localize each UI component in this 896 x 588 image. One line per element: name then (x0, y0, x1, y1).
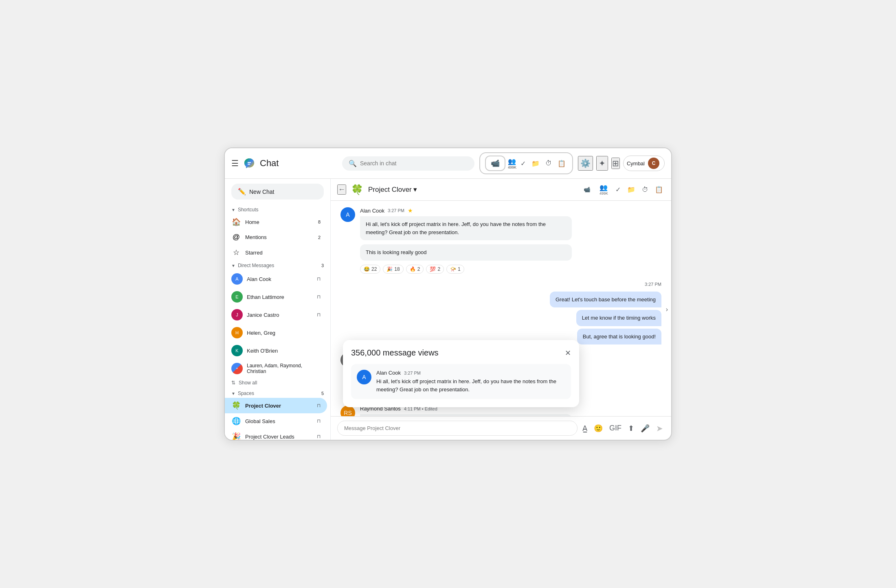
sidebar-item-alan-cook[interactable]: A Alan Cook ⊓ (225, 270, 327, 288)
top-bar-actions: ⚙️ ✦ ⊞ Cymbal C (578, 156, 665, 171)
sidebar: ✏️ New Chat ▼ Shortcuts 🏠 Home 8 @ Menti… (225, 179, 331, 440)
lauren-group-avatar: + (231, 363, 243, 374)
app-logo (243, 157, 256, 170)
reaction-horn[interactable]: 📯 1 (446, 265, 464, 274)
check-icon-button[interactable]: ✓ (519, 158, 527, 169)
keith-avatar: K (231, 345, 243, 356)
settings-icon-button[interactable]: ⚙️ (578, 156, 593, 171)
popup-avatar: A (357, 370, 371, 384)
collapse-handle[interactable]: › (664, 306, 670, 313)
home-label: Home (245, 219, 314, 225)
sparkle-icon-button[interactable]: ✦ (596, 156, 608, 171)
fire-count: 2 (417, 266, 420, 272)
sidebar-item-starred[interactable]: ☆ Starred (225, 245, 327, 260)
laugh-count: 22 (371, 266, 377, 272)
meet-video-button[interactable]: 📹 (485, 156, 505, 171)
sidebar-item-global-sales[interactable]: 🌐 Global Sales ⊓ (225, 413, 327, 429)
header-clipboard-button[interactable]: 📋 (653, 184, 665, 195)
popup-msg-content: Alan Cook 3:27 PM Hi all, let's kick off… (376, 370, 565, 393)
ethan-pin: ⊓ (317, 294, 321, 300)
apps-grid-button[interactable]: ⊞ (611, 158, 620, 169)
reaction-fire[interactable]: 🔥 2 (406, 265, 424, 274)
dm-show-all[interactable]: ⇅ Show all (225, 377, 330, 388)
sidebar-item-janice[interactable]: J Janice Castro ⊓ (225, 306, 327, 324)
popup-close-button[interactable]: ✕ (565, 349, 571, 358)
people-badge: 499K (508, 165, 516, 169)
search-input[interactable] (360, 160, 468, 167)
folder-icon-button[interactable]: 📁 (530, 158, 541, 169)
helen-greg-avatar: H (231, 327, 243, 338)
emoji-button[interactable]: 🙂 (592, 422, 604, 434)
message-input[interactable] (337, 421, 578, 436)
alan-bubble-2: This is looking really good (360, 244, 572, 261)
party-emoji: 🎉 (387, 266, 393, 272)
sidebar-item-helen-greg[interactable]: H Helen, Greg (225, 324, 327, 342)
app-title: Chat (260, 158, 279, 169)
user-chip[interactable]: Cymbal C (623, 156, 665, 171)
attach-button[interactable]: ⬆ (626, 422, 636, 434)
sidebar-item-lauren-group[interactable]: + Lauren, Adam, Raymond, Christian (225, 360, 327, 377)
header-people-button[interactable]: 👥 499K (597, 183, 611, 196)
video-icon: 📹 (491, 159, 500, 168)
alan-star-icon: ★ (408, 207, 413, 214)
party-count: 18 (394, 266, 400, 272)
alan-sender-name: Alan Cook (360, 208, 384, 214)
top-bar-left: ☰ Chat (231, 157, 337, 170)
project-clover-pin: ⊓ (317, 403, 321, 408)
janice-pin: ⊓ (317, 312, 321, 318)
header-meet-icon: 📹 (584, 186, 591, 193)
home-icon: 🏠 (231, 217, 241, 226)
reaction-laugh[interactable]: 😂 22 (360, 265, 380, 274)
giphy-button[interactable]: GIF (608, 422, 623, 434)
global-sales-icon: 🌐 (231, 417, 241, 426)
back-button[interactable]: ← (337, 184, 346, 195)
voice-button[interactable]: 🎤 (639, 422, 651, 434)
sidebar-item-project-clover-leads[interactable]: 🎉 Project Clover Leads ⊓ (225, 429, 327, 440)
spaces-section-header[interactable]: ▼ Spaces 5 (225, 388, 330, 398)
send-button[interactable]: ➤ (654, 422, 665, 435)
hamburger-icon[interactable]: ☰ (231, 158, 239, 168)
reaction-100[interactable]: 💯 2 (426, 265, 444, 274)
popup-sender-name: Alan Cook (376, 370, 401, 376)
header-timer-button[interactable]: ⏱ (640, 184, 650, 195)
spaces-badge: 5 (321, 391, 324, 396)
outgoing-bubble-2: Let me know if the timing works (576, 310, 661, 326)
header-folder-button[interactable]: 📁 (626, 184, 637, 195)
sidebar-item-project-clover[interactable]: 🍀 Project Clover ⊓ (225, 398, 327, 413)
sidebar-item-home[interactable]: 🏠 Home 8 (225, 214, 327, 230)
mentions-label: Mentions (245, 234, 314, 240)
reaction-party[interactable]: 🎉 18 (383, 265, 403, 274)
new-chat-icon: ✏️ (238, 188, 246, 195)
keith-label: Keith O'Brien (247, 348, 321, 354)
horn-emoji: 📯 (450, 266, 456, 272)
chat-header: ← 🍀 Project Clover ▾ 📹 👥 499K ✓ 📁 (331, 179, 671, 201)
clipboard-icon-button[interactable]: 📋 (556, 158, 567, 169)
format-text-button[interactable]: A̲ (581, 422, 589, 434)
timer-icon-button[interactable]: ⏱ (544, 158, 553, 169)
shortcuts-section-header[interactable]: ▼ Shortcuts (225, 204, 330, 214)
dm-section-header[interactable]: ▼ Direct Messages 3 (225, 260, 330, 270)
ethan-avatar: E (231, 291, 243, 303)
sidebar-item-ethan[interactable]: E Ethan Lattimore ⊓ (225, 288, 327, 306)
sidebar-item-keith[interactable]: K Keith O'Brien (225, 342, 327, 360)
new-chat-label: New Chat (249, 189, 274, 195)
people-count-button[interactable]: 👥 499K (508, 158, 516, 169)
spaces-section-label: Spaces (238, 391, 254, 396)
popup-title: 356,000 message views (351, 348, 439, 358)
search-bar[interactable]: 🔍 (342, 156, 474, 171)
project-clover-leads-label: Project Clover Leads (245, 434, 313, 440)
people-icon: 👥 (508, 158, 516, 165)
janice-avatar: J (231, 309, 243, 320)
new-chat-button[interactable]: ✏️ New Chat (231, 184, 324, 200)
chat-room-name[interactable]: Project Clover ▾ (368, 185, 417, 194)
alan-msg-content: Alan Cook 3:27 PM ★ Hi all, let's kick o… (360, 207, 661, 274)
header-people-badge: 499K (600, 191, 608, 195)
home-badge: 8 (318, 219, 321, 224)
mentions-icon: @ (231, 233, 241, 241)
header-check-button[interactable]: ✓ (614, 184, 622, 195)
header-meet-button[interactable]: 📹 (580, 185, 594, 194)
shortcuts-chevron: ▼ (231, 208, 235, 212)
shortcuts-label: Shortcuts (238, 207, 259, 213)
user-name-label: Cymbal (627, 160, 645, 167)
sidebar-item-mentions[interactable]: @ Mentions 2 (225, 230, 327, 245)
